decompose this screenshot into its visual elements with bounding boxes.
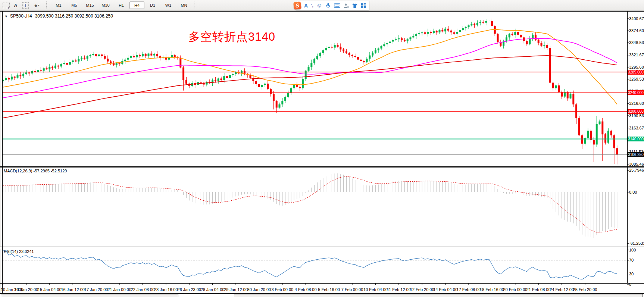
- input-mode-icon[interactable]: A: [304, 2, 308, 9]
- window-left-border: [2, 11, 3, 293]
- timeframe-button-h1[interactable]: H1: [114, 1, 129, 9]
- macd-panel-bottom-border: [0, 247, 644, 247]
- chart-grid-f-icon[interactable]: F: [1, 1, 10, 9]
- timeframe-button-m15[interactable]: M15: [82, 1, 97, 9]
- text-label-icon[interactable]: A: [11, 1, 20, 9]
- price-axis-border: [627, 11, 628, 284]
- voice-input-icon[interactable]: [325, 3, 331, 9]
- timeframe-button-d1[interactable]: D1: [145, 1, 160, 9]
- grid-glyph: F: [3, 3, 10, 8]
- ime-toolbar: S A ’, ☺: [296, 1, 369, 10]
- toolbar-separator: [194, 1, 197, 9]
- macd-indicator-label: MACD(12,26,9) -57.2965 -52.5129: [4, 169, 67, 173]
- sogou-logo-icon[interactable]: S: [293, 1, 301, 10]
- bottom-window-fragment: [234, 294, 643, 297]
- timeframe-button-m1[interactable]: M1: [51, 1, 66, 9]
- bottom-strip: [0, 294, 644, 297]
- toolbox-icon[interactable]: [361, 3, 366, 9]
- timeframe-button-m5[interactable]: M5: [67, 1, 82, 9]
- timeframe-button-w1[interactable]: W1: [161, 1, 176, 9]
- main-panel-bottom-border: [0, 166, 644, 167]
- timeframe-button-m30[interactable]: M30: [98, 1, 113, 9]
- shapes-tool-icon[interactable]: ◆ ▾: [31, 1, 43, 9]
- chevron-down-icon: ▾: [38, 4, 40, 7]
- annotation-text: 多空转折点3140: [188, 29, 275, 45]
- emoji-icon[interactable]: ☺: [316, 2, 322, 9]
- toolbar-separator: [46, 1, 49, 9]
- punctuation-icon[interactable]: ’,: [311, 2, 313, 9]
- soft-keyboard-icon[interactable]: [334, 3, 340, 8]
- rsi-panel-top-border[interactable]: [0, 248, 644, 248]
- macd-panel-top-border[interactable]: [0, 168, 644, 168]
- text-tool-icon[interactable]: T: [21, 1, 30, 9]
- bottom-window-fragment: [1, 294, 178, 297]
- timeframe-group: M1M5M15M30H1H4D1W1MN: [51, 1, 192, 9]
- timeframe-button-h4[interactable]: H4: [129, 1, 144, 9]
- chart-symbol-label: SP500-,H4: [10, 13, 32, 19]
- screen: { "toolbar": { "icons": [ {"name": "char…: [0, 0, 644, 297]
- skin-icon[interactable]: [352, 3, 358, 9]
- price-chart-canvas[interactable]: [0, 0, 644, 297]
- account-icon[interactable]: [343, 3, 349, 9]
- rsi-indicator-label: RSI(14) 23.0241: [4, 249, 34, 254]
- window-top-border: [0, 11, 644, 12]
- time-axis-line: [0, 283, 644, 284]
- chart-header: ▼SP500-,H43099.500 3116.250 3092.500 310…: [4, 13, 113, 19]
- collapse-triangle-icon[interactable]: ▼: [4, 15, 8, 18]
- chart-ohlc-values: 3099.500 3116.250 3092.500 3106.250: [35, 13, 113, 19]
- timeframe-button-mn[interactable]: MN: [176, 1, 191, 9]
